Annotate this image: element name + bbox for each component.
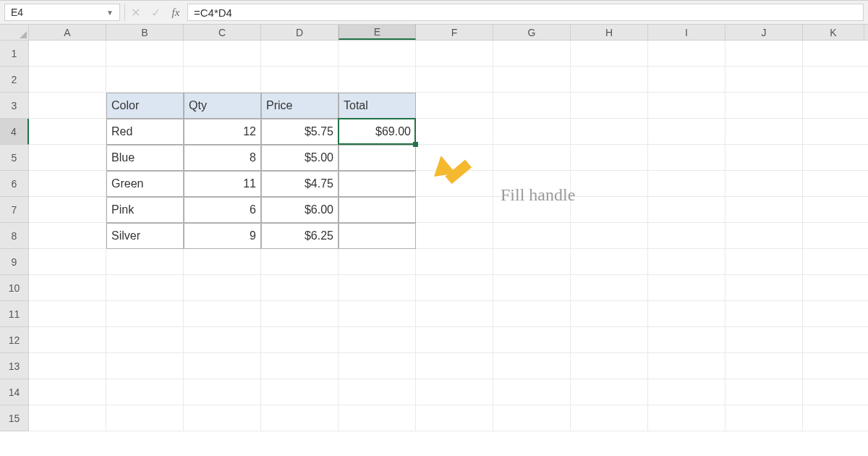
cell-E8[interactable] <box>339 223 416 249</box>
formula-accept-button[interactable]: ✓ <box>145 1 166 24</box>
insert-function-button[interactable]: fx <box>166 1 186 24</box>
cell-E6[interactable] <box>339 171 416 197</box>
formula-bar: E4 ▼ ✕ ✓ fx =C4*D4 <box>0 0 868 25</box>
cell-B6[interactable]: Green <box>106 171 184 197</box>
row-header-13[interactable]: 13 <box>0 353 29 379</box>
row-header-8[interactable]: 8 <box>0 223 29 249</box>
cell-C4[interactable]: 12 <box>184 119 261 145</box>
column-header-G[interactable]: G <box>493 25 571 40</box>
column-header-A[interactable]: A <box>29 25 106 40</box>
cell-A5[interactable] <box>29 145 106 171</box>
row-header-7[interactable]: 7 <box>0 197 29 223</box>
cell-B5[interactable]: Blue <box>106 145 184 171</box>
cell-B7[interactable]: Pink <box>106 197 184 223</box>
name-box-value: E4 <box>11 7 23 18</box>
name-box-dropdown-icon[interactable]: ▼ <box>106 9 114 17</box>
column-header-row: A B C D E F G H I J K <box>0 25 868 41</box>
column-header-C[interactable]: C <box>184 25 261 40</box>
row-header-1[interactable]: 1 <box>0 41 29 67</box>
fill-handle[interactable] <box>413 142 418 147</box>
row-header-15[interactable]: 15 <box>0 405 29 431</box>
column-header-J[interactable]: J <box>726 25 803 40</box>
cell-D3[interactable]: Price <box>261 93 339 119</box>
cell-E7[interactable] <box>339 197 416 223</box>
fx-icon: fx <box>172 7 180 19</box>
formula-cancel-button[interactable]: ✕ <box>125 1 145 24</box>
cell-grid[interactable]: Color Qty Price Total Red 12 $5.75 $69.0… <box>29 41 868 431</box>
column-header-F[interactable]: F <box>416 25 493 40</box>
cell-B8[interactable]: Silver <box>106 223 184 249</box>
row-header-10[interactable]: 10 <box>0 275 29 301</box>
cell-E3[interactable]: Total <box>339 93 416 119</box>
column-header-E[interactable]: E <box>339 25 416 40</box>
row-header-strip: 1 2 3 4 5 6 7 8 9 10 11 12 13 14 15 <box>0 41 29 431</box>
worksheet: A B C D E F G H I J K 1 2 3 4 5 6 7 8 9 … <box>0 25 868 431</box>
column-header-I[interactable]: I <box>648 25 726 40</box>
formula-input[interactable]: =C4*D4 <box>187 4 864 21</box>
column-header-B[interactable]: B <box>106 25 184 40</box>
cell-A8[interactable] <box>29 223 106 249</box>
cell-D8[interactable]: $6.25 <box>261 223 339 249</box>
formula-text: =C4*D4 <box>194 7 232 19</box>
row-header-11[interactable]: 11 <box>0 301 29 327</box>
cell-A4[interactable] <box>29 119 106 145</box>
cell-D6[interactable]: $4.75 <box>261 171 339 197</box>
column-header-K[interactable]: K <box>803 25 864 40</box>
row-header-4[interactable]: 4 <box>0 119 29 145</box>
cell-D7[interactable]: $6.00 <box>261 197 339 223</box>
cell-A3[interactable] <box>29 93 106 119</box>
row-header-14[interactable]: 14 <box>0 379 29 405</box>
row-header-3[interactable]: 3 <box>0 93 29 119</box>
cell-A7[interactable] <box>29 197 106 223</box>
cell-C8[interactable]: 9 <box>184 223 261 249</box>
row-header-9[interactable]: 9 <box>0 249 29 275</box>
column-header-H[interactable]: H <box>571 25 648 40</box>
check-icon: ✓ <box>151 6 161 20</box>
cell-C5[interactable]: 8 <box>184 145 261 171</box>
row-header-6[interactable]: 6 <box>0 171 29 197</box>
row-header-2[interactable]: 2 <box>0 67 29 93</box>
cell-D5[interactable]: $5.00 <box>261 145 339 171</box>
cell-E4[interactable]: $69.00 <box>339 119 416 145</box>
name-box[interactable]: E4 ▼ <box>4 4 120 21</box>
cell-B4[interactable]: Red <box>106 119 184 145</box>
cell-C3[interactable]: Qty <box>184 93 261 119</box>
row-header-12[interactable]: 12 <box>0 327 29 353</box>
cell-D4[interactable]: $5.75 <box>261 119 339 145</box>
cell-B3[interactable]: Color <box>106 93 184 119</box>
row-header-5[interactable]: 5 <box>0 145 29 171</box>
select-all-corner[interactable] <box>0 25 29 40</box>
cell-C7[interactable]: 6 <box>184 197 261 223</box>
x-icon: ✕ <box>131 6 140 20</box>
cell-E5[interactable] <box>339 145 416 171</box>
column-header-D[interactable]: D <box>261 25 339 40</box>
cell-C6[interactable]: 11 <box>184 171 261 197</box>
cell-A6[interactable] <box>29 171 106 197</box>
